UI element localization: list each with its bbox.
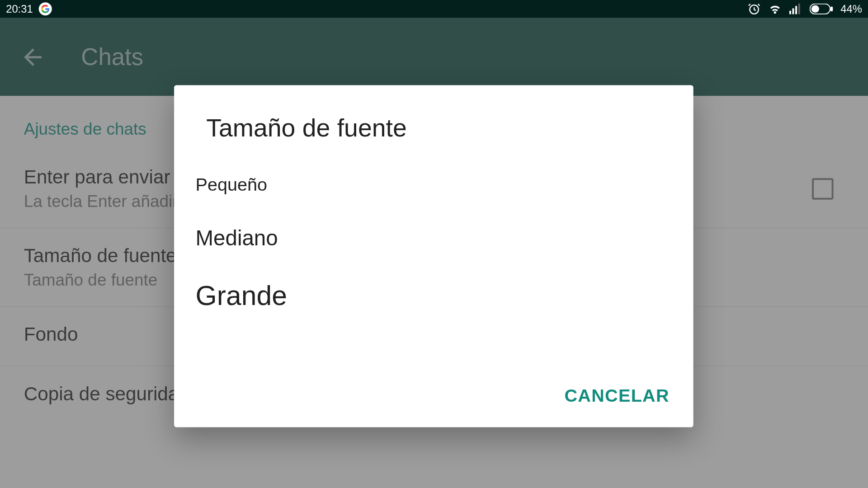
status-clock: 20:31 — [6, 3, 33, 15]
svg-rect-1 — [789, 11, 791, 14]
dialog-actions: CANCELAR — [174, 376, 693, 427]
option-small[interactable]: Pequeño — [196, 157, 672, 211]
google-badge-icon — [39, 2, 52, 15]
dialog-title: Tamaño de fuente — [174, 85, 693, 157]
dialog-options: Pequeño Mediano Grande — [174, 157, 693, 376]
font-size-dialog: Tamaño de fuente Pequeño Mediano Grande … — [174, 85, 693, 427]
cancel-button[interactable]: CANCELAR — [564, 385, 670, 406]
status-bar: 20:31 — [0, 0, 868, 18]
svg-rect-3 — [795, 6, 797, 14]
option-medium[interactable]: Mediano — [196, 211, 672, 267]
wifi-icon — [768, 3, 782, 15]
signal-icon — [789, 4, 802, 14]
svg-rect-7 — [811, 5, 819, 13]
screen: 20:31 — [0, 0, 868, 488]
battery-percent: 44% — [840, 3, 862, 15]
option-large[interactable]: Grande — [196, 266, 672, 327]
svg-rect-2 — [793, 8, 794, 14]
svg-rect-6 — [830, 7, 833, 12]
svg-rect-4 — [798, 4, 800, 14]
status-left: 20:31 — [6, 2, 52, 15]
status-right: 44% — [748, 2, 862, 15]
alarm-icon — [748, 2, 761, 15]
battery-icon — [810, 4, 834, 14]
